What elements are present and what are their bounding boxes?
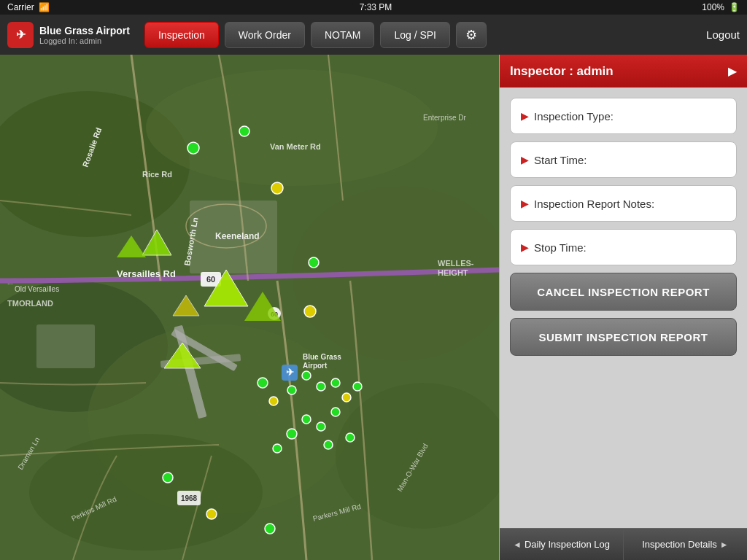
svg-text:Draman Ln: Draman Ln [16, 436, 41, 471]
nav-inspection[interactable]: Inspection [144, 22, 219, 48]
app-logo-icon: ✈ [7, 22, 34, 48]
carrier-label: Carrier [7, 2, 34, 12]
nav-log-spi[interactable]: Log / SPI [380, 22, 450, 48]
svg-point-46 [304, 306, 316, 317]
svg-text:Enterprise Dr: Enterprise Dr [423, 114, 467, 122]
svg-point-68 [273, 444, 282, 453]
gear-icon: ⚙ [465, 27, 477, 43]
report-notes-arrow: ▶ [521, 198, 528, 209]
report-notes-label: Inspection Report Notes: [534, 198, 654, 210]
main-content: 60 Rosalie Rd Bosworth Ln Versailles Rd … [0, 55, 747, 560]
svg-point-71 [265, 524, 275, 534]
nav-notam[interactable]: NOTAM [311, 22, 375, 48]
inspection-type-arrow: ▶ [521, 111, 528, 122]
svg-text:...: ... [7, 279, 13, 286]
svg-text:Blue Grass: Blue Grass [303, 353, 341, 361]
svg-point-7 [29, 434, 263, 551]
svg-point-2 [146, 69, 438, 186]
svg-point-65 [287, 429, 297, 439]
svg-point-40 [187, 142, 199, 154]
svg-text:Man-O-War Blvd: Man-O-War Blvd [395, 442, 430, 493]
stop-time-arrow: ▶ [521, 242, 528, 253]
logged-in-label: Logged In: admin [39, 36, 130, 45]
svg-point-67 [346, 433, 355, 442]
svg-rect-9 [190, 201, 277, 273]
battery-icon: 🔋 [729, 2, 740, 12]
svg-text:TMORLAND: TMORLAND [7, 299, 53, 308]
start-time-field[interactable]: ▶ Start Time: [510, 141, 737, 178]
svg-text:Versailles Rd: Versailles Rd [117, 268, 176, 279]
svg-rect-24 [282, 365, 298, 381]
svg-point-1 [0, 91, 190, 237]
svg-rect-22 [171, 329, 238, 372]
svg-point-56 [287, 386, 296, 394]
svg-text:Bosworth Ln: Bosworth Ln [182, 217, 200, 267]
svg-point-66 [324, 440, 333, 449]
svg-point-60 [342, 393, 351, 402]
svg-marker-41 [190, 148, 196, 154]
svg-point-59 [331, 378, 340, 387]
report-notes-field[interactable]: ▶ Inspection Report Notes: [510, 185, 737, 222]
svg-text:Keeneland: Keeneland [215, 231, 260, 241]
tab-daily-log[interactable]: ◄ Daily Inspection Log [500, 529, 624, 560]
inspection-details-right-arrow: ► [720, 540, 729, 550]
app-name: Blue Grass Airport [39, 25, 130, 36]
start-time-label: Start Time: [534, 154, 587, 166]
svg-text:✈: ✈ [286, 367, 294, 378]
svg-rect-23 [160, 354, 241, 368]
svg-point-20 [186, 204, 266, 248]
submit-inspection-button[interactable]: SUBMIT INSPECTION REPORT [510, 318, 737, 356]
svg-marker-48 [142, 230, 171, 255]
logout-button[interactable]: Logout [706, 28, 740, 41]
svg-point-69 [163, 472, 173, 483]
svg-text:1968: 1968 [181, 494, 198, 502]
svg-text:Rice Rd: Rice Rd [142, 170, 172, 179]
svg-rect-0 [0, 55, 499, 560]
svg-marker-52 [164, 343, 201, 368]
svg-point-61 [353, 382, 362, 391]
inspection-type-label: Inspection Type: [534, 110, 614, 122]
header: ✈ Blue Grass Airport Logged In: admin In… [0, 15, 747, 55]
svg-point-32 [268, 307, 281, 320]
stop-time-field[interactable]: ▶ Stop Time: [510, 229, 737, 265]
inspection-type-field[interactable]: ▶ Inspection Type: [510, 98, 737, 134]
cancel-inspection-button[interactable]: CANCEL INSPECTION REPORT [510, 273, 737, 311]
svg-point-43 [309, 257, 319, 268]
plane-icon: ✈ [16, 28, 26, 42]
start-time-arrow: ▶ [521, 155, 528, 166]
svg-text:60: 60 [271, 311, 278, 318]
svg-text:60: 60 [206, 275, 215, 284]
app-title-group: Blue Grass Airport Logged In: admin [39, 25, 130, 45]
inspection-details-label: Inspection Details [642, 539, 717, 550]
svg-point-55 [269, 397, 278, 405]
svg-point-42 [239, 126, 249, 136]
svg-rect-8 [36, 324, 95, 368]
svg-text:Old Versailles: Old Versailles [15, 285, 59, 293]
svg-point-3 [292, 186, 499, 361]
svg-rect-34 [177, 491, 201, 505]
svg-text:Perkins Mill Rd: Perkins Mill Rd [70, 495, 117, 523]
svg-marker-50 [204, 270, 248, 306]
settings-button[interactable]: ⚙ [456, 22, 487, 48]
svg-point-62 [331, 408, 340, 416]
svg-point-63 [317, 422, 325, 431]
svg-text:Van Meter Rd: Van Meter Rd [270, 142, 321, 151]
tab-inspection-details[interactable]: Inspection Details ► [624, 529, 747, 560]
svg-marker-49 [117, 236, 146, 257]
nav-work-order[interactable]: Work Order [225, 22, 305, 48]
time-display: 7:33 PM [360, 2, 392, 12]
stop-time-label: Stop Time: [534, 241, 587, 254]
svg-point-57 [302, 371, 311, 380]
panel-header: Inspector : admin ▶ [500, 55, 747, 88]
svg-point-54 [258, 378, 268, 388]
svg-point-5 [88, 324, 350, 514]
daily-log-label: Daily Inspection Log [525, 539, 610, 550]
status-bar: Carrier 📶 7:33 PM 100% 🔋 [0, 0, 747, 15]
map-area[interactable]: 60 Rosalie Rd Bosworth Ln Versailles Rd … [0, 55, 499, 560]
panel-title: Inspector : admin [510, 64, 614, 79]
svg-rect-10 [201, 272, 221, 287]
panel-expand-icon[interactable]: ▶ [728, 64, 737, 78]
wifi-icon: 📶 [39, 2, 50, 12]
svg-text:Rosalie Rd: Rosalie Rd [81, 126, 104, 168]
svg-point-4 [0, 281, 168, 412]
